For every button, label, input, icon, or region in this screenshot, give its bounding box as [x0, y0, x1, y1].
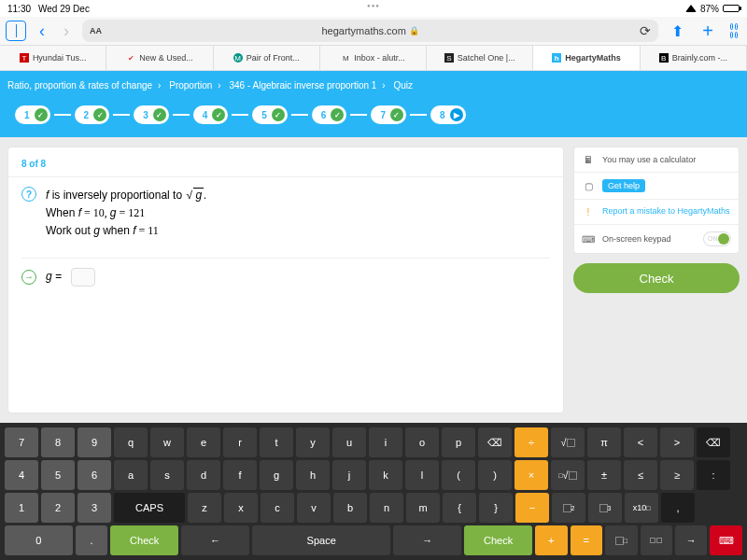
key-pi[interactable]: π — [587, 427, 621, 457]
key-a[interactable]: a — [114, 460, 148, 490]
key-b[interactable]: b — [333, 493, 367, 523]
key-sq[interactable]: 2 — [552, 493, 585, 523]
key-pow[interactable]: □ — [605, 525, 637, 555]
key-p[interactable]: p — [442, 427, 475, 457]
get-help-button[interactable]: Get help — [602, 179, 645, 192]
bookmark-newused[interactable]: ✔New & Used... — [106, 46, 213, 70]
key-minus[interactable]: − — [515, 493, 549, 523]
key-w[interactable]: w — [150, 427, 184, 457]
key-pm[interactable]: ± — [587, 460, 621, 490]
key-nav[interactable]: → — [675, 525, 707, 555]
key-v[interactable]: v — [297, 493, 331, 523]
key-l[interactable]: l — [405, 460, 439, 490]
key-d[interactable]: d — [187, 460, 220, 490]
key-7[interactable]: 7 — [5, 427, 38, 457]
key-e[interactable]: e — [187, 427, 220, 457]
bookmark-hegarty[interactable]: hHegartyMaths — [533, 46, 640, 70]
key-z[interactable]: z — [188, 493, 221, 523]
key-rbrace[interactable]: } — [479, 493, 513, 523]
key-g[interactable]: g — [260, 460, 293, 490]
key-3[interactable]: 3 — [78, 493, 111, 523]
key-nroot[interactable]: □√ — [551, 460, 585, 490]
step-3[interactable]: 3✓ — [134, 105, 169, 124]
key-left[interactable]: ← — [181, 525, 249, 555]
key-c[interactable]: c — [261, 493, 294, 523]
key-4[interactable]: 4 — [5, 460, 38, 490]
key-gt[interactable]: > — [660, 427, 694, 457]
hint-icon[interactable]: ? — [21, 187, 36, 202]
step-4[interactable]: 4✓ — [193, 105, 229, 124]
key-0[interactable]: 0 — [5, 525, 73, 555]
answer-input[interactable] — [71, 268, 95, 287]
key-h[interactable]: h — [296, 460, 330, 490]
key-le[interactable]: ≤ — [624, 460, 657, 490]
key-lt[interactable]: < — [624, 427, 657, 457]
crumb-topic[interactable]: Ratio, proportion & rates of change — [7, 80, 152, 91]
step-1[interactable]: 1✓ — [15, 105, 50, 124]
key-i[interactable]: i — [369, 427, 402, 457]
key-comma[interactable]: , — [661, 493, 695, 523]
key-lbrace[interactable]: { — [443, 493, 476, 523]
step-2[interactable]: 2✓ — [75, 105, 110, 124]
key-q[interactable]: q — [114, 427, 148, 457]
bookmark-satchel[interactable]: SSatchel One |... — [427, 46, 533, 70]
key-u[interactable]: u — [332, 427, 366, 457]
key-j[interactable]: j — [332, 460, 366, 490]
step-6[interactable]: 6✓ — [312, 105, 347, 124]
key-space[interactable]: Space — [252, 525, 391, 555]
key-check-left[interactable]: Check — [110, 525, 178, 555]
keypad-toggle[interactable]: ON — [703, 231, 731, 246]
key-1[interactable]: 1 — [5, 493, 38, 523]
step-7[interactable]: 7✓ — [371, 105, 406, 124]
key-y[interactable]: y — [296, 427, 330, 457]
key-colon[interactable]: : — [697, 460, 730, 490]
key-5[interactable]: 5 — [41, 460, 75, 490]
crumb-lesson[interactable]: 346 - Algebraic inverse proportion 1 — [229, 80, 376, 91]
report-row[interactable]: !Report a mistake to HegartyMaths — [574, 200, 739, 225]
share-icon[interactable]: ⬆ — [666, 22, 689, 40]
key-r[interactable]: r — [223, 427, 257, 457]
key-ge[interactable]: ≥ — [660, 460, 694, 490]
key-root[interactable]: √ — [551, 427, 585, 457]
key-check-right[interactable]: Check — [464, 525, 532, 555]
key-frac[interactable] — [641, 525, 672, 555]
key-lparen[interactable]: ( — [442, 460, 475, 490]
new-tab-button[interactable]: + — [697, 21, 719, 42]
key-sci[interactable]: x10□ — [625, 493, 658, 523]
key-2[interactable]: 2 — [41, 493, 75, 523]
key-s[interactable]: s — [150, 460, 184, 490]
key-dot[interactable]: . — [76, 525, 107, 555]
key-f[interactable]: f — [223, 460, 257, 490]
key-equals[interactable]: = — [571, 525, 602, 555]
bookmark-inbox[interactable]: MInbox - alutr... — [320, 46, 427, 70]
crumb-subtopic[interactable]: Proportion — [169, 80, 212, 91]
key-o[interactable]: o — [405, 427, 439, 457]
reload-icon[interactable]: ⟳ — [640, 23, 651, 38]
key-del[interactable]: ⌫ — [697, 427, 730, 457]
back-button[interactable]: ‹ — [34, 21, 50, 41]
key-cube[interactable]: 3 — [588, 493, 622, 523]
key-x[interactable]: x — [224, 493, 258, 523]
key-8[interactable]: 8 — [41, 427, 75, 457]
key-n[interactable]: n — [370, 493, 403, 523]
key-k[interactable]: k — [369, 460, 402, 490]
tabs-icon[interactable] — [726, 23, 741, 38]
key-hide[interactable]: ⌨ — [710, 525, 741, 555]
key-t[interactable]: t — [260, 427, 293, 457]
key-6[interactable]: 6 — [78, 460, 111, 490]
text-size-icon[interactable]: AA — [90, 26, 102, 35]
url-bar[interactable]: AA hegartymaths.com 🔒 ⟳ — [82, 20, 658, 42]
key-right[interactable]: → — [393, 525, 461, 555]
key-9[interactable]: 9 — [78, 427, 111, 457]
key-m[interactable]: m — [406, 493, 440, 523]
bookmark-brainly[interactable]: BBrainly.com -... — [641, 46, 747, 70]
step-8[interactable]: 8▶ — [430, 105, 466, 124]
key-plus[interactable]: + — [535, 525, 567, 555]
key-multiply[interactable]: × — [514, 460, 548, 490]
key-divide[interactable]: ÷ — [514, 427, 548, 457]
step-5[interactable]: 5✓ — [252, 105, 288, 124]
check-button[interactable]: Check — [573, 263, 740, 293]
key-caps[interactable]: CAPS — [114, 493, 185, 523]
key-backspace[interactable]: ⌫ — [478, 427, 512, 457]
bookmark-pair[interactable]: MPair of Front... — [214, 46, 320, 70]
